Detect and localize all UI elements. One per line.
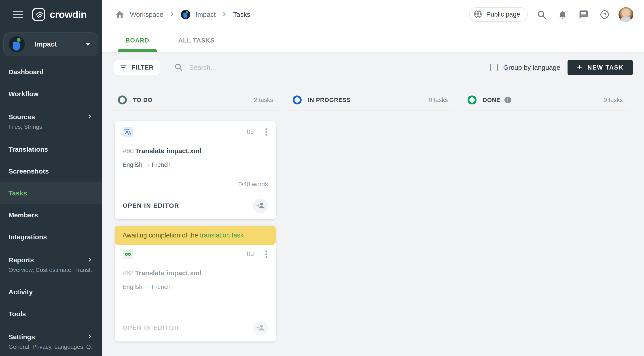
assign-person-button[interactable] <box>253 198 268 213</box>
svg-text:?: ? <box>603 12 606 18</box>
messages-icon[interactable] <box>576 8 591 22</box>
sidebar-item-label: Workflow <box>8 90 38 98</box>
task-card-62[interactable]: Awaiting completion of the translation t… <box>115 226 276 342</box>
sidebar-item-tasks[interactable]: Tasks <box>0 182 102 204</box>
chevron-right-icon <box>221 11 228 18</box>
main-content: Workspace Impact Tasks <box>102 0 644 356</box>
card-footer: OPEN IN EDITOR <box>115 192 276 219</box>
sidebar-item-reports[interactable]: Reports Overview, Cost estimate, Transl… <box>0 248 102 281</box>
filter-button-label: FILTER <box>132 64 154 71</box>
user-avatar[interactable] <box>618 7 633 22</box>
sidebar: crowdin Impact Dashboard Workflow Source… <box>0 0 102 356</box>
assign-person-button[interactable] <box>253 320 268 335</box>
sidebar-item-translations[interactable]: Translations <box>0 138 102 160</box>
search-icon[interactable] <box>534 8 549 22</box>
new-task-button[interactable]: + NEW TASK <box>568 60 633 75</box>
sidebar-item-dashboard[interactable]: Dashboard <box>0 61 102 83</box>
column-header: IN PROGRESS 0 tasks <box>287 92 454 107</box>
card-footer: OPEN IN EDITOR <box>115 314 276 342</box>
sidebar-item-sources[interactable]: Sources Files, Strings <box>0 105 102 138</box>
checkbox-icon[interactable] <box>490 64 498 71</box>
search-input[interactable] <box>189 64 323 71</box>
home-icon[interactable] <box>115 10 124 19</box>
sidebar-item-tools[interactable]: Tools <box>0 303 102 325</box>
sidebar-item-activity[interactable]: Activity <box>0 281 102 303</box>
globe-icon <box>473 10 482 20</box>
task-id: #60 <box>122 147 134 154</box>
proofread-task-icon <box>122 249 133 260</box>
sidebar-item-label: Screenshots <box>8 168 49 175</box>
task-id: #62 <box>122 269 134 276</box>
column-task-count: 2 tasks <box>254 96 273 104</box>
person-add-icon <box>256 201 265 210</box>
hamburger-menu-icon[interactable] <box>13 10 23 20</box>
project-selector[interactable]: Impact <box>3 32 98 56</box>
breadcrumb-project[interactable]: Impact <box>196 11 216 18</box>
column-header: DONE 0 tasks <box>462 92 628 107</box>
status-circle-in-progress-icon <box>293 96 302 104</box>
breadcrumb-workspace[interactable]: Workspace <box>130 11 164 18</box>
translate-task-icon <box>122 126 133 137</box>
sidebar-item-integrations[interactable]: Integrations <box>0 226 102 248</box>
kebab-menu-icon[interactable] <box>264 128 268 137</box>
divider <box>462 110 628 110</box>
task-board: FILTER Group by language + NEW <box>102 52 644 356</box>
notifications-bell-icon[interactable] <box>556 8 570 22</box>
help-icon[interactable]: ? <box>598 8 612 22</box>
sidebar-item-label: Integrations <box>8 233 47 241</box>
sidebar-item-workflow[interactable]: Workflow <box>0 83 102 105</box>
person-add-icon <box>256 323 265 332</box>
task-name: Translate impact.xml <box>135 147 202 154</box>
brand-name: crowdin <box>50 9 87 20</box>
divider <box>287 110 454 110</box>
chevron-down-icon <box>86 43 90 46</box>
due-badge: 0d <box>247 250 254 258</box>
topbar-actions: Public page ? <box>469 7 633 22</box>
chevron-right-icon <box>86 333 93 341</box>
task-name: Translate impact.xml <box>135 269 202 276</box>
language-pair: English → French <box>122 162 268 168</box>
column-header: TO DO 2 tasks <box>112 92 279 107</box>
tab-board[interactable]: BOARD <box>118 29 157 52</box>
sidebar-item-label: Activity <box>8 288 33 296</box>
task-card-60[interactable]: 0d #60Translate impact.xml English → Fre… <box>115 121 276 219</box>
chevron-right-icon <box>169 11 176 18</box>
crowdin-logo-icon <box>32 8 45 21</box>
kebab-menu-icon[interactable] <box>264 250 268 259</box>
board-search <box>174 62 490 72</box>
language-pair: English → French <box>122 284 268 290</box>
group-by-language-toggle[interactable]: Group by language <box>490 64 560 71</box>
open-in-editor-button[interactable]: OPEN IN EDITOR <box>122 324 179 332</box>
tab-all-tasks[interactable]: ALL TASKS <box>171 29 222 52</box>
status-circle-todo-icon <box>118 96 127 104</box>
public-page-button[interactable]: Public page <box>469 8 528 22</box>
open-in-editor-button[interactable]: OPEN IN EDITOR <box>122 202 179 209</box>
sidebar-item-sublabel: General, Privacy, Languages, Q… <box>8 344 93 350</box>
blocked-banner: Awaiting completion of the translation t… <box>115 226 276 245</box>
info-icon[interactable] <box>504 96 511 103</box>
project-logo-icon <box>181 10 190 19</box>
sidebar-item-label: Sources <box>8 113 35 121</box>
sidebar-item-label: Reports <box>8 256 34 264</box>
word-progress: 0/40 words <box>122 181 268 188</box>
chevron-right-icon <box>86 256 93 264</box>
search-icon <box>174 62 183 72</box>
sidebar-nav: Dashboard Workflow Sources Files, String… <box>0 60 102 356</box>
column-title: TO DO <box>133 96 152 104</box>
crowdin-logo[interactable]: crowdin <box>32 8 87 21</box>
card-header: 0d <box>122 126 268 137</box>
board-toolbar: FILTER Group by language + NEW <box>114 60 633 75</box>
filter-button[interactable]: FILTER <box>114 60 160 75</box>
sidebar-item-label: Tools <box>8 310 26 318</box>
tab-bar: BOARD ALL TASKS <box>102 29 644 52</box>
sidebar-item-settings[interactable]: Settings General, Privacy, Languages, Q… <box>0 325 102 356</box>
word-progress <box>122 303 268 310</box>
due-badge: 0d <box>247 128 254 136</box>
sidebar-item-screenshots[interactable]: Screenshots <box>0 160 102 182</box>
sidebar-item-members[interactable]: Members <box>0 204 102 226</box>
card-title: #62Translate impact.xml <box>122 269 268 277</box>
sidebar-item-label: Settings <box>8 333 35 341</box>
chevron-right-icon <box>86 113 93 121</box>
column-done: DONE 0 tasks <box>462 92 628 342</box>
translation-task-link[interactable]: translation task <box>200 232 244 239</box>
